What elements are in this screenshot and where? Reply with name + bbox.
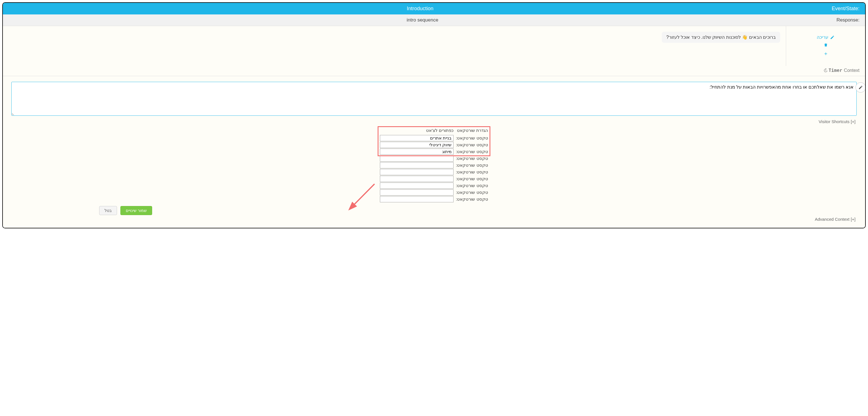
shortcut-input[interactable] bbox=[380, 176, 454, 182]
edit-round-button[interactable] bbox=[856, 82, 866, 93]
shortcut-row-label: טקסט שורטקאט: bbox=[455, 169, 489, 175]
shortcut-input[interactable] bbox=[380, 182, 454, 189]
shortcut-row: טקסט שורטקאט: bbox=[379, 182, 489, 189]
shortcut-row: טקסט שורטקאט: bbox=[379, 175, 489, 182]
shortcut-row-label: טקסט שורטקאט: bbox=[455, 141, 489, 148]
shortcut-row: טקסט שורטקאט: bbox=[379, 162, 489, 169]
pencil-icon bbox=[858, 85, 863, 90]
buttons-row: בטל שמור שינויים bbox=[11, 203, 857, 215]
shortcut-input[interactable] bbox=[380, 155, 454, 162]
trash-icon bbox=[824, 43, 828, 47]
timer-text: Timer bbox=[829, 68, 842, 73]
shortcuts-table: הגדרת שורטקאט כפתורים לצ'אט טקסט שורטקאט… bbox=[379, 127, 489, 203]
save-button[interactable]: שמור שינויים bbox=[120, 206, 152, 215]
shortcut-row: טקסט שורטקאט: bbox=[379, 135, 489, 141]
response-value: intro sequence bbox=[8, 17, 837, 23]
col-define: הגדרת שורטקאט bbox=[455, 127, 489, 135]
cancel-button[interactable]: בטל bbox=[99, 206, 117, 215]
edit-label: עריכה bbox=[817, 35, 828, 40]
timer-tag[interactable]: Timer bbox=[823, 68, 842, 73]
shortcut-row: טקסט שורטקאט: bbox=[379, 148, 489, 155]
shortcut-input[interactable] bbox=[380, 135, 454, 141]
shortcut-row-label: טקסט שורטקאט: bbox=[455, 135, 489, 141]
shortcut-row-label: טקסט שורטקאט: bbox=[455, 175, 489, 182]
col-buttons: כפתורים לצ'אט bbox=[379, 127, 455, 135]
shortcut-input[interactable] bbox=[380, 162, 454, 168]
shortcut-row: טקסט שורטקאט: bbox=[379, 196, 489, 203]
edit-action[interactable]: עריכה bbox=[786, 35, 865, 40]
response-textarea[interactable] bbox=[11, 82, 857, 116]
shortcut-input[interactable] bbox=[380, 148, 454, 155]
message-preview: ברוכים הבאים 👋 לסוכנות השיווק שלנו. כיצד… bbox=[3, 26, 786, 66]
shortcut-row: טקסט שורטקאט: bbox=[379, 169, 489, 175]
main-area: עריכה ברוכים הבאים 👋 לסוכנות השיווק שלנו… bbox=[3, 26, 865, 66]
shortcut-row-label: טקסט שורטקאט: bbox=[455, 155, 489, 162]
context-row: Timer Context bbox=[3, 66, 865, 76]
shortcut-row-label: טקסט שורטקאט: bbox=[455, 189, 489, 196]
event-state-label: Event/State: bbox=[832, 6, 860, 11]
advanced-context-toggle[interactable]: Advanced Context [+] bbox=[11, 215, 857, 222]
history-icon bbox=[823, 68, 828, 73]
visitor-shortcuts-toggle[interactable]: Visitor Shortcuts [+] bbox=[11, 117, 857, 127]
shortcut-row: טקסט שורטקאט: bbox=[379, 155, 489, 162]
header-event-state: Introduction Event/State: bbox=[3, 3, 865, 14]
editor-section: Visitor Shortcuts [+] הגדרת שורטקאט כפתו… bbox=[3, 76, 865, 228]
shortcut-row: טקסט שורטקאט: bbox=[379, 141, 489, 148]
delete-action[interactable] bbox=[786, 43, 865, 49]
shortcut-row-label: טקסט שורטקאט: bbox=[455, 148, 489, 155]
header-response: intro sequence Response: bbox=[3, 14, 865, 26]
welcome-bubble: ברוכים הבאים 👋 לסוכנות השיווק שלנו. כיצד… bbox=[662, 32, 780, 43]
add-action[interactable] bbox=[786, 51, 865, 58]
event-state-value: Introduction bbox=[8, 6, 832, 11]
shortcut-input[interactable] bbox=[380, 189, 454, 196]
shortcut-input[interactable] bbox=[380, 169, 454, 175]
shortcut-row-label: טקסט שורטקאט: bbox=[455, 162, 489, 169]
config-window: Introduction Event/State: intro sequence… bbox=[2, 2, 866, 229]
actions-sidebar: עריכה bbox=[786, 26, 865, 66]
context-label: Context bbox=[844, 68, 860, 73]
shortcut-row-label: טקסט שורטקאט: bbox=[455, 182, 489, 189]
shortcut-input[interactable] bbox=[380, 196, 454, 202]
plus-icon bbox=[824, 51, 828, 56]
pencil-icon bbox=[830, 35, 835, 40]
response-label: Response: bbox=[837, 17, 860, 23]
shortcut-input[interactable] bbox=[380, 142, 454, 148]
shortcut-row: טקסט שורטקאט: bbox=[379, 189, 489, 196]
shortcuts-zone: הגדרת שורטקאט כפתורים לצ'אט טקסט שורטקאט… bbox=[11, 127, 857, 203]
shortcut-row-label: טקסט שורטקאט: bbox=[455, 196, 489, 203]
